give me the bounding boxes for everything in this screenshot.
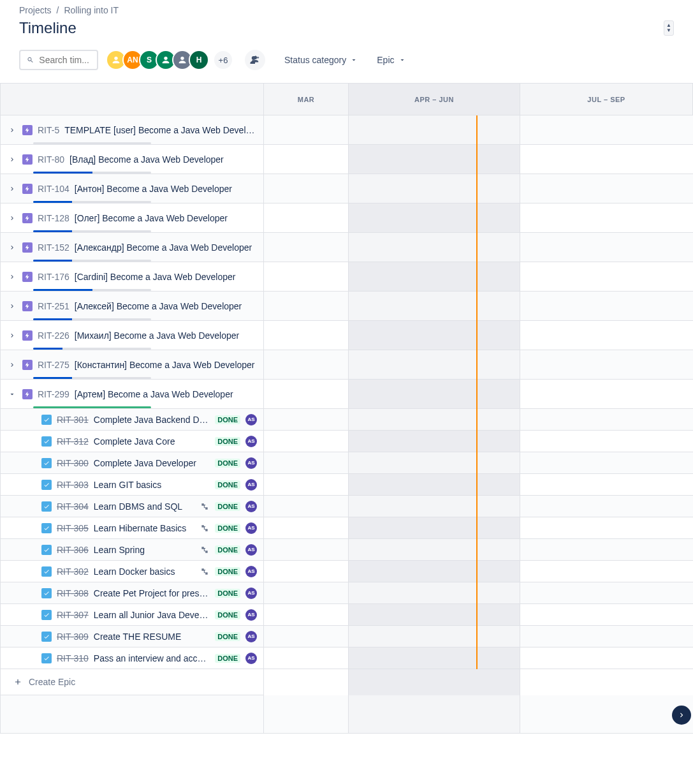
expand-toggle[interactable]	[7, 390, 17, 398]
gantt-cell[interactable]	[520, 380, 693, 408]
breadcrumb-project-name[interactable]: Rolling into IT	[64, 5, 119, 15]
gantt-cell[interactable]	[349, 233, 520, 262]
dependency-icon[interactable]	[200, 501, 210, 512]
gantt-cell[interactable]	[349, 496, 520, 517]
gantt-cell[interactable]	[520, 582, 693, 603]
gantt-cell[interactable]	[264, 174, 349, 203]
issue-summary[interactable]: TEMPLATE [user] Become a Java Web Develo…	[64, 125, 257, 135]
gantt-cell[interactable]	[264, 582, 349, 603]
issue-summary[interactable]: Complete Java Core	[94, 436, 210, 447]
gantt-cell[interactable]	[520, 647, 693, 669]
gantt-cell[interactable]	[520, 626, 693, 647]
gantt-cell[interactable]	[520, 174, 693, 203]
issue-summary[interactable]: Learn GIT basics	[94, 480, 210, 490]
breadcrumb-projects[interactable]: Projects	[19, 5, 52, 15]
gantt-cell[interactable]	[349, 380, 520, 408]
status-badge[interactable]: DONE	[215, 415, 240, 424]
issue-key[interactable]: RIT-302	[57, 566, 89, 577]
issue-cell[interactable]: RIT-301 Complete Java Backend Dev... DON…	[0, 409, 264, 430]
issue-summary[interactable]: Learn Hibernate Basics	[94, 523, 194, 533]
issue-key[interactable]: RIT-300	[57, 458, 89, 468]
issue-key[interactable]: RIT-299	[38, 389, 69, 399]
issue-summary[interactable]: [Cardini] Become a Java Web Developer	[75, 272, 257, 282]
issue-key[interactable]: RIT-301	[57, 415, 89, 425]
gantt-cell[interactable]	[520, 474, 693, 495]
gantt-cell[interactable]	[264, 145, 349, 174]
gantt-cell[interactable]	[520, 145, 693, 174]
issue-key[interactable]: RIT-303	[57, 480, 89, 490]
status-badge[interactable]: DONE	[215, 654, 240, 663]
issue-summary[interactable]: Learn all Junior Java Develop...	[94, 610, 210, 620]
expand-toggle[interactable]	[7, 156, 17, 163]
issue-cell[interactable]: RIT-312 Complete Java Core DONE AS	[0, 431, 264, 452]
issue-key[interactable]: RIT-306	[57, 545, 89, 555]
gantt-cell[interactable]	[520, 321, 693, 350]
issue-cell[interactable]: RIT-305 Learn Hibernate Basics DONE AS	[0, 517, 264, 538]
gantt-cell[interactable]	[349, 452, 520, 473]
assignee-avatar[interactable]: AS	[245, 588, 257, 599]
issue-cell[interactable]: RIT-304 Learn DBMS and SQL DONE AS	[0, 496, 264, 517]
gantt-cell[interactable]	[264, 262, 349, 291]
gantt-cell[interactable]	[349, 262, 520, 291]
issue-summary[interactable]: [Олег] Become a Java Web Developer	[75, 213, 257, 223]
gantt-cell[interactable]	[349, 431, 520, 452]
issue-summary[interactable]: Complete Java Backend Dev...	[94, 415, 210, 425]
issue-key[interactable]: RIT-304	[57, 501, 89, 512]
issue-summary[interactable]: Complete Java Developer	[94, 458, 210, 468]
issue-cell[interactable]: RIT-310 Pass an interview and accept... …	[0, 647, 264, 669]
issue-summary[interactable]: [Константин] Become a Java Web Developer	[75, 360, 257, 370]
assignee-avatar[interactable]: AS	[245, 609, 257, 621]
issue-cell[interactable]: RIT-251 [Алексей] Become a Java Web Deve…	[0, 292, 264, 320]
search-input[interactable]	[39, 55, 91, 65]
status-badge[interactable]: DONE	[215, 589, 240, 598]
expand-toggle[interactable]	[7, 332, 17, 339]
gantt-cell[interactable]	[520, 292, 693, 320]
issue-key[interactable]: RIT-226	[38, 330, 69, 341]
issue-summary[interactable]: Create THE RESUME	[94, 632, 210, 642]
gantt-cell[interactable]	[520, 604, 693, 625]
issue-cell[interactable]: RIT-308 Create Pet Project for presen...…	[0, 582, 264, 603]
gantt-cell[interactable]	[349, 145, 520, 174]
gantt-cell[interactable]	[264, 647, 349, 669]
assignee-avatar[interactable]: AS	[245, 631, 257, 642]
status-badge[interactable]: DONE	[215, 502, 240, 511]
gantt-cell[interactable]	[264, 517, 349, 538]
gantt-cell[interactable]	[520, 262, 693, 291]
issue-key[interactable]: RIT-312	[57, 436, 89, 447]
issue-cell[interactable]: RIT-104 [Антон] Become a Java Web Develo…	[0, 174, 264, 203]
gantt-cell[interactable]	[264, 321, 349, 350]
gantt-cell[interactable]	[520, 203, 693, 232]
issue-summary[interactable]: Learn Spring	[94, 545, 194, 555]
issue-cell[interactable]: RIT-309 Create THE RESUME DONE AS	[0, 626, 264, 647]
issue-key[interactable]: RIT-309	[57, 632, 89, 642]
gantt-cell[interactable]	[264, 115, 349, 144]
search-box[interactable]	[19, 50, 98, 70]
gantt-cell[interactable]	[520, 409, 693, 430]
issue-summary[interactable]: [Влад] Become a Java Web Developer	[69, 154, 257, 165]
assignee-avatar[interactable]: AS	[245, 653, 257, 664]
issue-key[interactable]: RIT-5	[38, 125, 59, 135]
expand-toggle[interactable]	[7, 185, 17, 193]
expand-toggle[interactable]	[7, 126, 17, 134]
gantt-cell[interactable]	[349, 561, 520, 582]
issue-summary[interactable]: Pass an interview and accept...	[94, 653, 210, 663]
issue-key[interactable]: RIT-307	[57, 610, 89, 620]
issue-cell[interactable]: RIT-226 [Михаил] Become a Java Web Devel…	[0, 321, 264, 350]
assignee-avatar[interactable]: AS	[245, 414, 257, 425]
issue-key[interactable]: RIT-308	[57, 588, 89, 598]
gantt-cell[interactable]	[349, 604, 520, 625]
status-badge[interactable]: DONE	[215, 632, 240, 641]
issue-cell[interactable]: RIT-306 Learn Spring DONE AS	[0, 539, 264, 560]
gantt-cell[interactable]	[349, 474, 520, 495]
dependency-icon[interactable]	[200, 566, 210, 577]
expand-toggle[interactable]	[7, 244, 17, 251]
status-badge[interactable]: DONE	[215, 480, 240, 489]
gantt-cell[interactable]	[520, 561, 693, 582]
issue-summary[interactable]: [Артем] Become a Java Web Developer	[75, 389, 257, 399]
issue-cell[interactable]: RIT-275 [Константин] Become a Java Web D…	[0, 350, 264, 379]
updown-control[interactable]: ▲ ▼	[664, 20, 674, 36]
gantt-cell[interactable]	[520, 496, 693, 517]
status-badge[interactable]: DONE	[215, 459, 240, 468]
assignee-avatar[interactable]: AS	[245, 566, 257, 577]
scroll-right-button[interactable]	[672, 706, 691, 725]
